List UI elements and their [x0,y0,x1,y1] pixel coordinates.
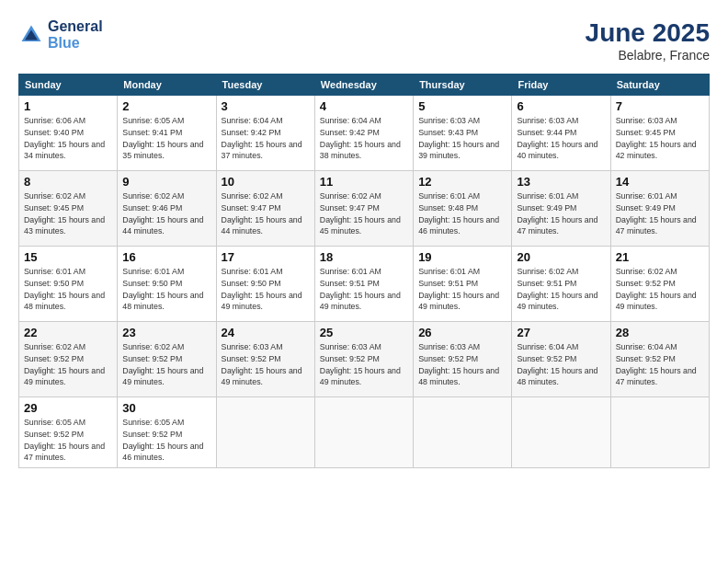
calendar-cell [314,397,413,468]
day-info: Sunrise: 6:06 AMSunset: 9:40 PMDaylight:… [24,115,112,162]
calendar-cell: 10Sunrise: 6:02 AMSunset: 9:47 PMDayligh… [216,171,314,247]
day-number: 8 [24,175,112,189]
calendar-cell [512,397,610,468]
weekday-header-tuesday: Tuesday [216,75,314,96]
day-number: 30 [122,401,210,415]
day-info: Sunrise: 6:02 AMSunset: 9:52 PMDaylight:… [616,266,704,313]
day-number: 29 [24,401,112,415]
calendar-cell: 3Sunrise: 6:04 AMSunset: 9:42 PMDaylight… [216,96,314,171]
day-info: Sunrise: 6:01 AMSunset: 9:50 PMDaylight:… [222,266,310,313]
day-number: 26 [418,326,506,339]
calendar-week-row: 15Sunrise: 6:01 AMSunset: 9:50 PMDayligh… [19,247,710,322]
page: General Blue June 2025 Belabre, France S… [0,0,728,563]
day-info: Sunrise: 6:03 AMSunset: 9:52 PMDaylight:… [320,341,408,388]
day-info: Sunrise: 6:02 AMSunset: 9:45 PMDaylight:… [24,190,112,237]
day-number: 19 [418,250,506,264]
day-number: 11 [320,175,408,189]
day-number: 23 [122,326,210,339]
calendar-cell: 1Sunrise: 6:06 AMSunset: 9:40 PMDaylight… [19,96,118,171]
day-info: Sunrise: 6:02 AMSunset: 9:51 PMDaylight:… [517,266,605,313]
day-info: Sunrise: 6:01 AMSunset: 9:50 PMDaylight:… [24,266,112,313]
calendar-cell [610,397,709,468]
header: General Blue June 2025 Belabre, France [18,18,710,63]
day-info: Sunrise: 6:01 AMSunset: 9:49 PMDaylight:… [616,190,704,237]
day-info: Sunrise: 6:03 AMSunset: 9:44 PMDaylight:… [517,115,605,162]
logo: General Blue [18,18,103,52]
calendar-cell: 13Sunrise: 6:01 AMSunset: 9:49 PMDayligh… [512,171,610,247]
calendar-week-row: 29Sunrise: 6:05 AMSunset: 9:52 PMDayligh… [19,397,710,468]
day-info: Sunrise: 6:03 AMSunset: 9:43 PMDaylight:… [418,115,506,162]
calendar-cell: 9Sunrise: 6:02 AMSunset: 9:46 PMDaylight… [118,171,216,247]
calendar-week-row: 1Sunrise: 6:06 AMSunset: 9:40 PMDaylight… [19,96,710,171]
calendar-cell: 12Sunrise: 6:01 AMSunset: 9:48 PMDayligh… [414,171,512,247]
day-number: 20 [517,250,605,264]
day-info: Sunrise: 6:01 AMSunset: 9:48 PMDaylight:… [418,190,506,237]
day-number: 4 [320,99,408,113]
day-number: 24 [222,326,310,339]
day-number: 12 [418,175,506,189]
day-info: Sunrise: 6:01 AMSunset: 9:51 PMDaylight:… [418,266,506,313]
calendar-cell: 20Sunrise: 6:02 AMSunset: 9:51 PMDayligh… [512,247,610,322]
day-number: 16 [122,250,210,264]
calendar-cell: 17Sunrise: 6:01 AMSunset: 9:50 PMDayligh… [216,247,314,322]
day-number: 17 [222,250,310,264]
day-number: 14 [616,175,704,189]
day-number: 6 [517,99,605,113]
weekday-header-monday: Monday [118,75,216,96]
calendar-cell: 22Sunrise: 6:02 AMSunset: 9:52 PMDayligh… [19,322,118,397]
calendar-cell: 27Sunrise: 6:04 AMSunset: 9:52 PMDayligh… [512,322,610,397]
calendar-table: SundayMondayTuesdayWednesdayThursdayFrid… [18,74,710,468]
calendar-cell: 30Sunrise: 6:05 AMSunset: 9:52 PMDayligh… [118,397,216,468]
day-info: Sunrise: 6:01 AMSunset: 9:51 PMDaylight:… [320,266,408,313]
day-info: Sunrise: 6:04 AMSunset: 9:52 PMDaylight:… [616,341,704,388]
day-number: 25 [320,326,408,339]
calendar-cell: 15Sunrise: 6:01 AMSunset: 9:50 PMDayligh… [19,247,118,322]
day-number: 7 [616,99,704,113]
day-number: 9 [122,175,210,189]
day-number: 15 [24,250,112,264]
day-number: 28 [616,326,704,339]
calendar-cell: 26Sunrise: 6:03 AMSunset: 9:52 PMDayligh… [414,322,512,397]
day-number: 13 [517,175,605,189]
weekday-header-saturday: Saturday [610,75,709,96]
calendar-week-row: 22Sunrise: 6:02 AMSunset: 9:52 PMDayligh… [19,322,710,397]
calendar-week-row: 8Sunrise: 6:02 AMSunset: 9:45 PMDaylight… [19,171,710,247]
day-info: Sunrise: 6:05 AMSunset: 9:52 PMDaylight:… [24,417,112,464]
day-info: Sunrise: 6:04 AMSunset: 9:52 PMDaylight:… [517,341,605,388]
calendar-cell: 24Sunrise: 6:03 AMSunset: 9:52 PMDayligh… [216,322,314,397]
day-info: Sunrise: 6:03 AMSunset: 9:52 PMDaylight:… [418,341,506,388]
calendar-cell: 16Sunrise: 6:01 AMSunset: 9:50 PMDayligh… [118,247,216,322]
day-number: 10 [222,175,310,189]
day-info: Sunrise: 6:02 AMSunset: 9:52 PMDaylight:… [122,341,210,388]
calendar-cell: 25Sunrise: 6:03 AMSunset: 9:52 PMDayligh… [314,322,413,397]
day-info: Sunrise: 6:05 AMSunset: 9:52 PMDaylight:… [122,417,210,464]
calendar-cell: 5Sunrise: 6:03 AMSunset: 9:43 PMDaylight… [414,96,512,171]
calendar-cell [216,397,314,468]
day-number: 5 [418,99,506,113]
day-info: Sunrise: 6:03 AMSunset: 9:52 PMDaylight:… [222,341,310,388]
day-number: 27 [517,326,605,339]
day-number: 1 [24,99,112,113]
day-info: Sunrise: 6:01 AMSunset: 9:50 PMDaylight:… [122,266,210,313]
calendar-cell: 29Sunrise: 6:05 AMSunset: 9:52 PMDayligh… [19,397,118,468]
day-info: Sunrise: 6:04 AMSunset: 9:42 PMDaylight:… [222,115,310,162]
calendar-cell: 7Sunrise: 6:03 AMSunset: 9:45 PMDaylight… [610,96,709,171]
calendar-cell: 18Sunrise: 6:01 AMSunset: 9:51 PMDayligh… [314,247,413,322]
calendar-cell: 11Sunrise: 6:02 AMSunset: 9:47 PMDayligh… [314,171,413,247]
calendar-cell: 19Sunrise: 6:01 AMSunset: 9:51 PMDayligh… [414,247,512,322]
day-number: 2 [122,99,210,113]
day-info: Sunrise: 6:02 AMSunset: 9:46 PMDaylight:… [122,190,210,237]
day-number: 18 [320,250,408,264]
calendar-cell: 2Sunrise: 6:05 AMSunset: 9:41 PMDaylight… [118,96,216,171]
calendar-cell [414,397,512,468]
location: Belabre, France [586,48,710,63]
calendar-cell: 4Sunrise: 6:04 AMSunset: 9:42 PMDaylight… [314,96,413,171]
day-info: Sunrise: 6:02 AMSunset: 9:47 PMDaylight:… [222,190,310,237]
day-info: Sunrise: 6:05 AMSunset: 9:41 PMDaylight:… [122,115,210,162]
weekday-header-row: SundayMondayTuesdayWednesdayThursdayFrid… [19,75,710,96]
month-title: June 2025 [586,18,710,48]
calendar-cell: 8Sunrise: 6:02 AMSunset: 9:45 PMDaylight… [19,171,118,247]
calendar-cell: 23Sunrise: 6:02 AMSunset: 9:52 PMDayligh… [118,322,216,397]
weekday-header-friday: Friday [512,75,610,96]
calendar-cell: 6Sunrise: 6:03 AMSunset: 9:44 PMDaylight… [512,96,610,171]
